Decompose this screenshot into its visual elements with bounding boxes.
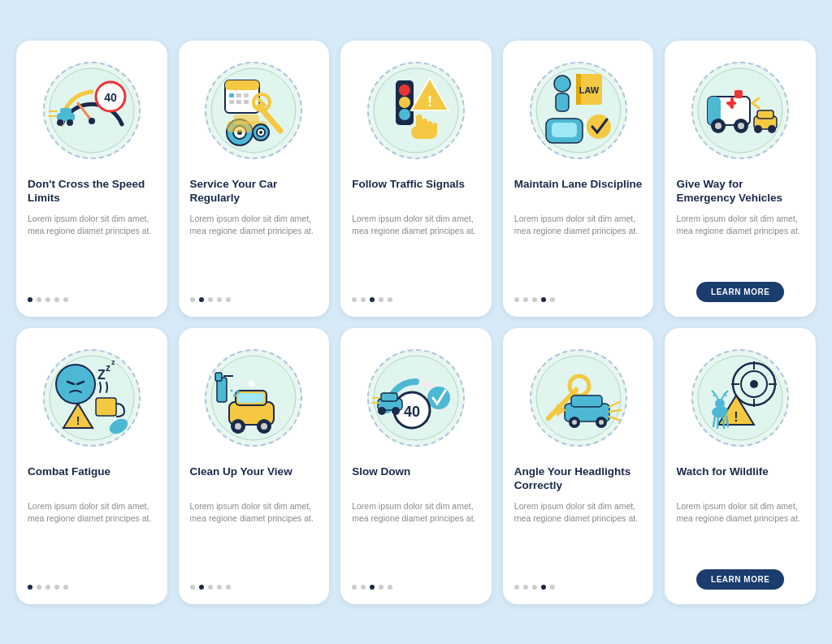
dot-0[interactable] (514, 585, 519, 590)
dot-4[interactable] (550, 585, 555, 590)
card-icon-service-car (190, 54, 318, 167)
svg-rect-76 (96, 398, 116, 416)
card-clean-view: ✦ Clean Up Your View Lorem ipsum dolor s… (179, 328, 330, 604)
dot-4[interactable] (550, 297, 555, 302)
dot-2[interactable] (532, 585, 537, 590)
learn-more-button-wildlife[interactable]: LEARN MORE (696, 569, 784, 590)
svg-point-68 (768, 125, 776, 133)
card-traffic-signals: ! Follow Traffic Signals Lorem ipsum dol… (340, 41, 492, 317)
dot-3[interactable] (541, 585, 546, 590)
dot-3[interactable] (217, 585, 222, 590)
svg-rect-16 (236, 93, 241, 97)
card-title-traffic-signals: Follow Traffic Signals (352, 177, 465, 206)
dot-2[interactable] (208, 297, 213, 302)
svg-point-87 (261, 423, 267, 430)
svg-text:40: 40 (404, 404, 420, 420)
dot-3[interactable] (379, 585, 384, 590)
dot-4[interactable] (63, 585, 68, 590)
dot-0[interactable] (352, 297, 357, 302)
dot-4[interactable] (388, 297, 392, 302)
svg-rect-100 (381, 393, 397, 401)
svg-text:!: ! (76, 414, 80, 427)
card-title-emergency-vehicles: Give Way for Emergency Vehicles (676, 177, 804, 206)
svg-point-35 (399, 97, 410, 108)
dot-2[interactable] (370, 585, 375, 590)
dot-3[interactable] (54, 585, 59, 590)
dot-2[interactable] (208, 585, 213, 590)
svg-point-96 (427, 387, 450, 409)
dot-4[interactable] (388, 585, 392, 590)
dot-1[interactable] (523, 585, 528, 590)
dot-0[interactable] (190, 585, 195, 590)
svg-line-137 (717, 417, 718, 428)
dot-0[interactable] (190, 297, 195, 302)
dot-2[interactable] (46, 585, 50, 590)
card-lane-discipline: LAW Maintain Lane Discipline Lorem ipsum… (503, 41, 654, 317)
svg-text:✦: ✦ (245, 376, 258, 392)
dot-2[interactable] (532, 297, 537, 302)
svg-point-8 (67, 119, 73, 126)
learn-more-button-emergency-vehicles[interactable]: LEARN MORE (696, 282, 784, 302)
icon-circle-traffic-signals: ! (367, 62, 465, 159)
dot-1[interactable] (361, 297, 366, 302)
svg-point-70 (56, 365, 95, 404)
svg-line-138 (723, 417, 724, 428)
card-dots-slow-down (352, 585, 392, 590)
dot-4[interactable] (63, 297, 68, 302)
dot-3[interactable] (541, 297, 546, 302)
dot-2[interactable] (370, 297, 375, 302)
svg-point-92 (233, 394, 236, 397)
svg-text:Z: Z (98, 368, 106, 382)
svg-rect-89 (215, 373, 222, 381)
svg-point-129 (715, 399, 725, 408)
dot-4[interactable] (226, 585, 231, 590)
card-icon-lane-discipline: LAW (514, 54, 643, 167)
svg-rect-28 (233, 115, 259, 124)
dot-0[interactable] (28, 297, 32, 302)
dot-1[interactable] (199, 297, 204, 302)
card-icon-emergency-vehicles: + (676, 54, 804, 167)
svg-point-85 (235, 423, 241, 430)
dot-4[interactable] (226, 297, 231, 302)
dot-2[interactable] (46, 297, 50, 302)
dot-1[interactable] (199, 585, 204, 590)
dot-1[interactable] (523, 297, 528, 302)
card-speed-limits: 40 Don't Cross the Speed Limits Lorem ip… (16, 41, 167, 317)
svg-point-102 (392, 407, 400, 415)
icon-circle-speed-limits: 40 (43, 62, 141, 159)
dot-3[interactable] (379, 297, 384, 302)
svg-point-121 (750, 380, 758, 388)
svg-rect-49 (556, 93, 569, 111)
card-body-lane-discipline: Lorem ipsum dolor sit dim amet, mea regi… (514, 213, 643, 286)
svg-rect-20 (244, 100, 249, 104)
card-slow-down: 40 Slow Down Lorem ipsum dolor sit dim a… (340, 328, 492, 604)
dot-3[interactable] (217, 297, 222, 302)
card-dots-speed-limits (28, 297, 68, 302)
card-headlights: Angle Your Headlights Correctly Lorem ip… (503, 328, 654, 604)
card-body-emergency-vehicles: Lorem ipsum dolor sit dim amet, mea regi… (676, 213, 804, 270)
card-icon-traffic-signals: ! (352, 54, 480, 167)
svg-point-94 (231, 389, 233, 391)
svg-rect-109 (571, 395, 602, 407)
dot-1[interactable] (361, 585, 366, 590)
card-emergency-vehicles: + Give Way for Emergency Vehicles Lorem … (665, 41, 816, 317)
dot-3[interactable] (54, 297, 59, 302)
dot-1[interactable] (37, 585, 41, 590)
svg-point-113 (599, 420, 604, 425)
card-icon-wildlife: ! (676, 341, 804, 455)
svg-point-2 (89, 118, 95, 124)
card-icon-combat-fatigue: Z z z ! (28, 341, 156, 455)
dot-0[interactable] (514, 297, 519, 302)
dot-0[interactable] (28, 585, 32, 590)
card-body-clean-view: Lorem ipsum dolor sit dim amet, mea regi… (190, 500, 318, 573)
dot-1[interactable] (37, 297, 41, 302)
dot-0[interactable] (352, 585, 357, 590)
svg-rect-66 (757, 110, 774, 119)
card-icon-headlights (514, 341, 643, 455)
card-dots-headlights (514, 585, 555, 590)
card-dots-service-car (190, 297, 231, 302)
card-title-speed-limits: Don't Cross the Speed Limits (28, 177, 156, 206)
svg-text:40: 40 (104, 91, 117, 104)
icon-circle-headlights (530, 349, 627, 447)
svg-text:z: z (106, 362, 110, 374)
